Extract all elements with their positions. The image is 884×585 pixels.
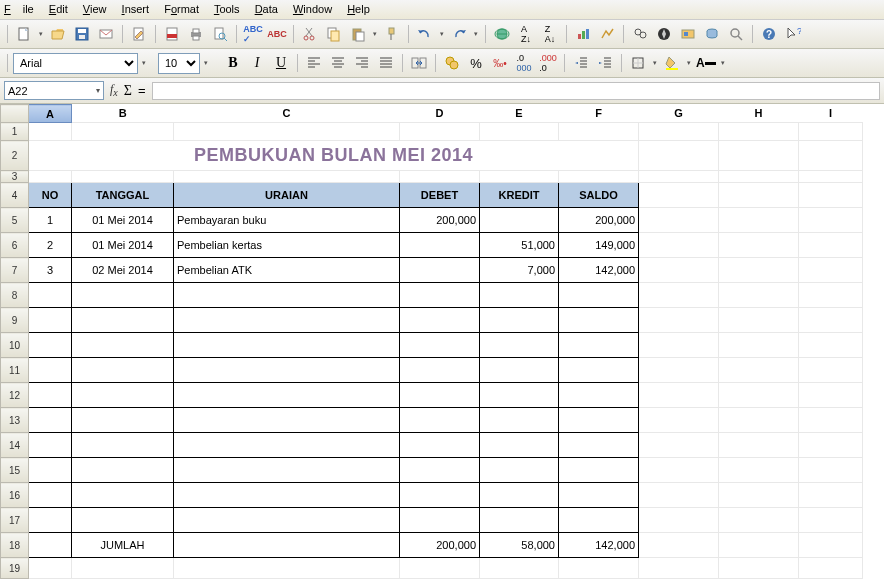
row-header[interactable]: 8	[1, 283, 29, 308]
row-header[interactable]: 19	[1, 558, 29, 579]
undo-dropdown[interactable]: ▾	[438, 30, 446, 38]
font-size-select[interactable]: 10	[158, 53, 200, 74]
cell[interactable]	[480, 208, 559, 233]
col-header-B[interactable]: B	[72, 105, 174, 123]
menu-file[interactable]: File	[4, 3, 34, 15]
select-all-corner[interactable]	[1, 105, 29, 123]
font-name-dropdown[interactable]: ▾	[140, 59, 148, 67]
name-box[interactable]: A22▾	[4, 81, 104, 100]
col-header-F[interactable]: F	[559, 105, 639, 123]
export-pdf-icon[interactable]	[161, 23, 183, 45]
chart-icon[interactable]	[572, 23, 594, 45]
cell[interactable]: Pembelian kertas	[174, 233, 400, 258]
cell[interactable]: 51,000	[480, 233, 559, 258]
row-header[interactable]: 12	[1, 383, 29, 408]
menu-help[interactable]: Help	[347, 3, 370, 15]
table-header-debet[interactable]: DEBET	[400, 183, 480, 208]
redo-icon[interactable]	[448, 23, 470, 45]
col-header-H[interactable]: H	[719, 105, 799, 123]
row-header[interactable]: 16	[1, 483, 29, 508]
totals-debet[interactable]: 200,000	[400, 533, 480, 558]
row-header[interactable]: 5	[1, 208, 29, 233]
align-justify-icon[interactable]	[375, 52, 397, 74]
totals-label[interactable]: JUMLAH	[72, 533, 174, 558]
sort-desc-icon[interactable]: ZA↓	[539, 23, 561, 45]
zoom-icon[interactable]	[725, 23, 747, 45]
menu-tools[interactable]: Tools	[214, 3, 240, 15]
row-header[interactable]: 2	[1, 141, 29, 171]
redo-dropdown[interactable]: ▾	[472, 30, 480, 38]
percent-icon[interactable]: %	[465, 52, 487, 74]
align-right-icon[interactable]	[351, 52, 373, 74]
new-icon[interactable]	[13, 23, 35, 45]
menu-format[interactable]: Format	[164, 3, 199, 15]
row-header[interactable]: 17	[1, 508, 29, 533]
cell[interactable]: 01 Mei 2014	[72, 208, 174, 233]
standard-format-icon[interactable]: ‰•	[489, 52, 511, 74]
cell[interactable]	[400, 258, 480, 283]
delete-decimal-icon[interactable]: .000.0	[537, 52, 559, 74]
autospell-icon[interactable]: ABC	[266, 23, 288, 45]
totals-kredit[interactable]: 58,000	[480, 533, 559, 558]
cell[interactable]: 02 Mei 2014	[72, 258, 174, 283]
table-header-kredit[interactable]: KREDIT	[480, 183, 559, 208]
row-header[interactable]: 14	[1, 433, 29, 458]
col-header-G[interactable]: G	[639, 105, 719, 123]
cell[interactable]: 149,000	[559, 233, 639, 258]
undo-icon[interactable]	[414, 23, 436, 45]
find-icon[interactable]	[629, 23, 651, 45]
col-header-A[interactable]: A	[29, 105, 72, 123]
cell[interactable]	[400, 233, 480, 258]
gallery-icon[interactable]	[677, 23, 699, 45]
cell[interactable]: Pembelian ATK	[174, 258, 400, 283]
sum-icon[interactable]: Σ	[124, 83, 132, 99]
row-header[interactable]: 10	[1, 333, 29, 358]
cell[interactable]: 200,000	[400, 208, 480, 233]
decrease-indent-icon[interactable]	[570, 52, 592, 74]
table-header-saldo[interactable]: SALDO	[559, 183, 639, 208]
cell[interactable]: 3	[29, 258, 72, 283]
save-icon[interactable]	[71, 23, 93, 45]
fontcolor-icon[interactable]: A	[695, 52, 717, 74]
bold-button[interactable]: B	[222, 52, 244, 74]
table-header-no[interactable]: NO	[29, 183, 72, 208]
row-header[interactable]: 7	[1, 258, 29, 283]
hyperlink-icon[interactable]	[491, 23, 513, 45]
col-header-C[interactable]: C	[174, 105, 400, 123]
preview-icon[interactable]	[209, 23, 231, 45]
row-header[interactable]: 9	[1, 308, 29, 333]
row-header[interactable]: 6	[1, 233, 29, 258]
row-header[interactable]: 13	[1, 408, 29, 433]
col-header-D[interactable]: D	[400, 105, 480, 123]
menu-view[interactable]: View	[83, 3, 107, 15]
menu-edit[interactable]: Edit	[49, 3, 68, 15]
menu-window[interactable]: Window	[293, 3, 332, 15]
row-header[interactable]: 4	[1, 183, 29, 208]
bgcolor-icon[interactable]	[661, 52, 683, 74]
navigator-icon[interactable]	[653, 23, 675, 45]
email-icon[interactable]	[95, 23, 117, 45]
print-icon[interactable]	[185, 23, 207, 45]
menu-data[interactable]: Data	[255, 3, 278, 15]
cell[interactable]: 142,000	[559, 258, 639, 283]
borders-dropdown[interactable]: ▾	[651, 59, 659, 67]
col-header-E[interactable]: E	[480, 105, 559, 123]
copy-icon[interactable]	[323, 23, 345, 45]
borders-icon[interactable]	[627, 52, 649, 74]
cell[interactable]: Pembayaran buku	[174, 208, 400, 233]
cell[interactable]: 7,000	[480, 258, 559, 283]
increase-indent-icon[interactable]	[594, 52, 616, 74]
menu-insert[interactable]: Insert	[122, 3, 150, 15]
currency-icon[interactable]	[441, 52, 463, 74]
new-dropdown[interactable]: ▾	[37, 30, 45, 38]
align-left-icon[interactable]	[303, 52, 325, 74]
help-icon[interactable]: ?	[758, 23, 780, 45]
paste-dropdown[interactable]: ▾	[371, 30, 379, 38]
add-decimal-icon[interactable]: .0000	[513, 52, 535, 74]
col-header-I[interactable]: I	[799, 105, 863, 123]
open-icon[interactable]	[47, 23, 69, 45]
row-header[interactable]: 18	[1, 533, 29, 558]
datasources-icon[interactable]	[701, 23, 723, 45]
show-draw-icon[interactable]	[596, 23, 618, 45]
cell[interactable]: 2	[29, 233, 72, 258]
